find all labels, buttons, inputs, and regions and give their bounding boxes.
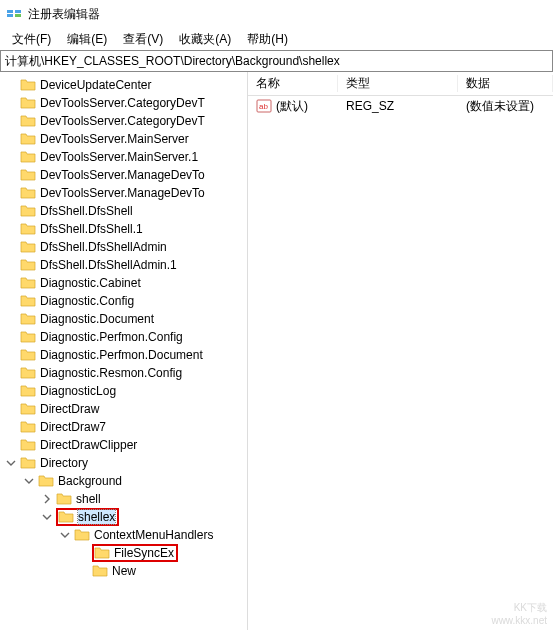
tree-node[interactable]: DevToolsServer.CategoryDevT: [0, 112, 247, 130]
tree-node[interactable]: DfsShell.DfsShellAdmin.1: [0, 256, 247, 274]
value-name: (默认): [276, 98, 308, 115]
tree-spacer: [76, 564, 90, 578]
tree-node[interactable]: shellex: [0, 508, 247, 526]
watermark: KK下载 www.kkx.net: [491, 601, 547, 626]
folder-icon: [20, 204, 36, 218]
folder-icon: [20, 438, 36, 452]
tree-spacer: [4, 348, 18, 362]
tree-node[interactable]: DeviceUpdateCenter: [0, 76, 247, 94]
tree-node[interactable]: Background: [0, 472, 247, 490]
folder-icon: [20, 402, 36, 416]
chevron-down-icon[interactable]: [4, 456, 18, 470]
tree-node-label[interactable]: DirectDraw7: [40, 420, 106, 434]
folder-icon: [74, 528, 90, 542]
tree-node[interactable]: Diagnostic.Cabinet: [0, 274, 247, 292]
tree-node[interactable]: DfsShell.DfsShell: [0, 202, 247, 220]
tree-node-label[interactable]: Diagnostic.Resmon.Config: [40, 366, 182, 380]
tree-spacer: [4, 438, 18, 452]
tree-node-label[interactable]: ContextMenuHandlers: [94, 528, 213, 542]
menu-file[interactable]: 文件(F): [4, 29, 59, 50]
tree-node[interactable]: DfsShell.DfsShell.1: [0, 220, 247, 238]
tree-node[interactable]: DevToolsServer.CategoryDevT: [0, 94, 247, 112]
tree-spacer: [4, 204, 18, 218]
tree-node-label[interactable]: DfsShell.DfsShellAdmin.1: [40, 258, 177, 272]
folder-icon: [20, 222, 36, 236]
tree-spacer: [4, 402, 18, 416]
tree-pane[interactable]: DeviceUpdateCenterDevToolsServer.Categor…: [0, 72, 248, 630]
tree-node[interactable]: DevToolsServer.ManageDevTo: [0, 166, 247, 184]
chevron-down-icon[interactable]: [58, 528, 72, 542]
chevron-down-icon[interactable]: [22, 474, 36, 488]
tree-spacer: [4, 78, 18, 92]
menu-favorites[interactable]: 收藏夹(A): [171, 29, 239, 50]
tree-node-label[interactable]: Background: [58, 474, 122, 488]
tree-node-label[interactable]: Diagnostic.Document: [40, 312, 154, 326]
column-type[interactable]: 类型: [338, 75, 458, 92]
tree-node[interactable]: ContextMenuHandlers: [0, 526, 247, 544]
tree-spacer: [4, 222, 18, 236]
menu-view[interactable]: 查看(V): [115, 29, 171, 50]
tree-node[interactable]: DirectDraw7: [0, 418, 247, 436]
tree-node-label[interactable]: Directory: [40, 456, 88, 470]
tree-node-label[interactable]: DevToolsServer.ManageDevTo: [40, 168, 205, 182]
string-value-icon: ab: [256, 98, 272, 114]
tree-node-label[interactable]: DirectDraw: [40, 402, 99, 416]
tree-node-label[interactable]: DevToolsServer.MainServer: [40, 132, 189, 146]
column-data[interactable]: 数据: [458, 75, 553, 92]
folder-icon: [20, 456, 36, 470]
tree-node[interactable]: DevToolsServer.ManageDevTo: [0, 184, 247, 202]
chevron-down-icon[interactable]: [40, 510, 54, 524]
tree-node-label[interactable]: DevToolsServer.MainServer.1: [40, 150, 198, 164]
tree-node[interactable]: New: [0, 562, 247, 580]
tree-node-label[interactable]: shellex: [78, 510, 115, 524]
tree-node[interactable]: Diagnostic.Resmon.Config: [0, 364, 247, 382]
tree-node[interactable]: Diagnostic.Perfmon.Document: [0, 346, 247, 364]
tree-node-label[interactable]: DfsShell.DfsShell: [40, 204, 133, 218]
tree-node-label[interactable]: Diagnostic.Cabinet: [40, 276, 141, 290]
tree-node-label[interactable]: New: [112, 564, 136, 578]
listview-pane[interactable]: 名称 类型 数据 ab(默认)REG_SZ(数值未设置): [248, 72, 553, 630]
tree-node-label[interactable]: shell: [76, 492, 101, 506]
list-row[interactable]: ab(默认)REG_SZ(数值未设置): [248, 96, 553, 116]
svg-text:ab: ab: [259, 102, 268, 111]
tree-node[interactable]: Diagnostic.Config: [0, 292, 247, 310]
tree-node[interactable]: DiagnosticLog: [0, 382, 247, 400]
tree-node[interactable]: Diagnostic.Perfmon.Config: [0, 328, 247, 346]
tree-node-label[interactable]: DirectDrawClipper: [40, 438, 137, 452]
tree-node[interactable]: shell: [0, 490, 247, 508]
svg-rect-1: [7, 14, 13, 17]
tree-node[interactable]: DevToolsServer.MainServer: [0, 130, 247, 148]
tree-node[interactable]: Directory: [0, 454, 247, 472]
tree-node[interactable]: DevToolsServer.MainServer.1: [0, 148, 247, 166]
tree-node-label[interactable]: DevToolsServer.CategoryDevT: [40, 114, 205, 128]
menu-edit[interactable]: 编辑(E): [59, 29, 115, 50]
tree-node[interactable]: FileSyncEx: [0, 544, 247, 562]
chevron-right-icon[interactable]: [40, 492, 54, 506]
tree-node[interactable]: Diagnostic.Document: [0, 310, 247, 328]
tree-node-label[interactable]: FileSyncEx: [114, 546, 174, 560]
tree-node[interactable]: DfsShell.DfsShellAdmin: [0, 238, 247, 256]
folder-icon: [94, 546, 110, 560]
tree-node-label[interactable]: DfsShell.DfsShell.1: [40, 222, 143, 236]
menu-help[interactable]: 帮助(H): [239, 29, 296, 50]
tree-node[interactable]: DirectDrawClipper: [0, 436, 247, 454]
folder-icon: [20, 150, 36, 164]
column-name[interactable]: 名称: [248, 75, 338, 92]
listview-header: 名称 类型 数据: [248, 72, 553, 96]
tree-node-label[interactable]: DeviceUpdateCenter: [40, 78, 151, 92]
tree-node-label[interactable]: Diagnostic.Config: [40, 294, 134, 308]
address-bar[interactable]: 计算机\HKEY_CLASSES_ROOT\Directory\Backgrou…: [0, 50, 553, 72]
folder-icon: [20, 384, 36, 398]
tree-node-label[interactable]: DevToolsServer.ManageDevTo: [40, 186, 205, 200]
value-data: (数值未设置): [462, 98, 553, 115]
tree-node-label[interactable]: DfsShell.DfsShellAdmin: [40, 240, 167, 254]
address-path[interactable]: 计算机\HKEY_CLASSES_ROOT\Directory\Backgrou…: [1, 53, 552, 70]
tree-node-label[interactable]: Diagnostic.Perfmon.Document: [40, 348, 203, 362]
folder-icon: [20, 276, 36, 290]
value-type: REG_SZ: [342, 99, 462, 113]
tree-node[interactable]: DirectDraw: [0, 400, 247, 418]
tree-node-label[interactable]: DevToolsServer.CategoryDevT: [40, 96, 205, 110]
tree-node-label[interactable]: Diagnostic.Perfmon.Config: [40, 330, 183, 344]
tree-node-label[interactable]: DiagnosticLog: [40, 384, 116, 398]
tree-spacer: [4, 366, 18, 380]
